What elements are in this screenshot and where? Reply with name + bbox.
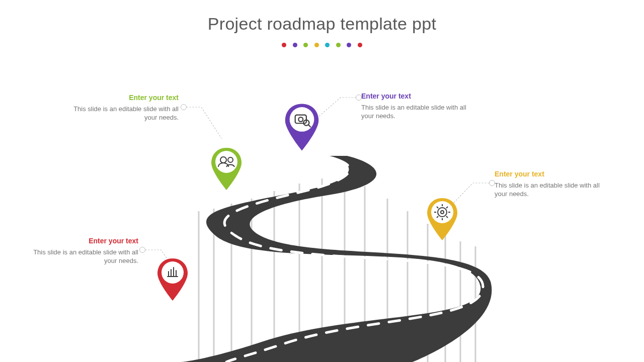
leader-endpoint: [181, 104, 187, 110]
slide-stage: Project roadmap template ppt: [0, 0, 644, 362]
map-pin-yellow: [424, 196, 460, 242]
map-pin-red: [154, 256, 191, 303]
svg-point-21: [215, 151, 237, 173]
callout-yellow: Enter your text This slide is an editabl…: [495, 169, 605, 199]
callout-title: Enter your text: [68, 93, 179, 103]
callout-body: This slide is an editable slide with all…: [68, 105, 179, 122]
callout-red: Enter your text This slide is an editabl…: [28, 236, 138, 265]
callout-title: Enter your text: [361, 92, 472, 101]
callout-purple: Enter your text This slide is an editabl…: [361, 92, 472, 121]
callout-title: Enter your text: [495, 169, 605, 179]
map-pin-purple: [282, 102, 322, 153]
callout-title: Enter your text: [28, 236, 138, 246]
svg-point-24: [290, 107, 314, 132]
callout-body: This slide is an editable slide with all…: [361, 103, 472, 121]
callout-green: Enter your text This slide is an editabl…: [68, 93, 179, 122]
callout-body: This slide is an editable slide with all…: [28, 248, 138, 265]
leader-endpoint: [139, 247, 145, 253]
map-pin-green: [208, 146, 245, 192]
callout-body: This slide is an editable slide with all…: [495, 181, 605, 199]
svg-point-15: [162, 261, 184, 284]
